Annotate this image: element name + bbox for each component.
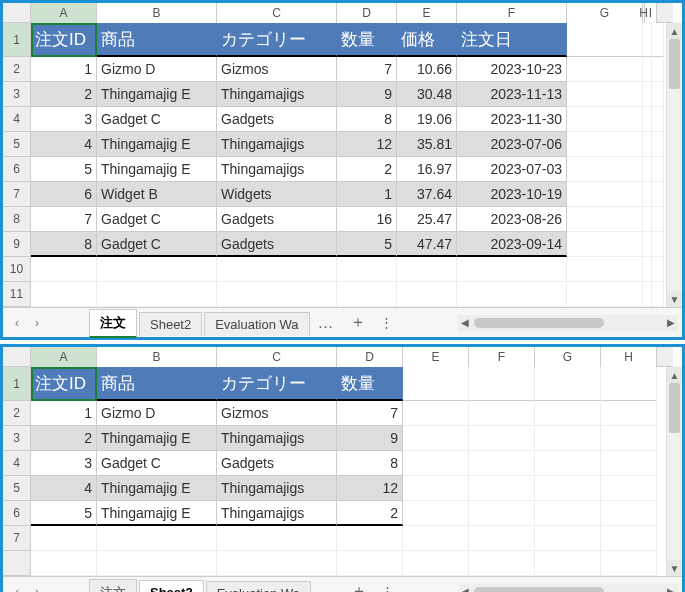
tab-menu-icon[interactable]: ⋮ <box>374 315 399 330</box>
cell[interactable] <box>643 282 652 307</box>
column-header-E[interactable]: E <box>403 347 469 367</box>
cell[interactable]: 8 <box>337 451 403 476</box>
cell[interactable] <box>567 107 643 132</box>
cell[interactable]: 2023-10-19 <box>457 182 567 207</box>
column-header-C[interactable]: C <box>217 347 337 367</box>
row-header-10[interactable]: 10 <box>3 257 30 282</box>
table-header-cell[interactable]: 価格 <box>397 23 457 57</box>
scroll-right-icon[interactable]: ▶ <box>664 586 678 592</box>
cell[interactable] <box>31 257 97 282</box>
row-header-3[interactable]: 3 <box>3 82 30 107</box>
cell[interactable]: 19.06 <box>397 107 457 132</box>
tab-nav-next[interactable]: › <box>27 581 47 593</box>
cell[interactable]: 12 <box>337 476 403 501</box>
horizontal-scrollbar[interactable]: ◀▶ <box>458 315 678 331</box>
tab-nav-prev[interactable]: ‹ <box>7 581 27 593</box>
cell[interactable]: 1 <box>31 401 97 426</box>
horizontal-scrollbar[interactable]: ◀▶ <box>458 584 678 593</box>
cell[interactable] <box>652 207 664 232</box>
cell[interactable]: Thingamajigs <box>217 426 337 451</box>
scroll-left-icon[interactable]: ◀ <box>458 317 472 328</box>
cell[interactable] <box>469 476 535 501</box>
column-header-A[interactable]: A <box>31 347 97 367</box>
cell[interactable]: Gadget C <box>97 232 217 257</box>
table-header-cell[interactable]: カテゴリー <box>217 367 337 401</box>
table-header-cell[interactable]: 商品 <box>97 23 217 57</box>
cell[interactable] <box>652 57 664 82</box>
table-header-cell[interactable]: 商品 <box>97 367 217 401</box>
cell[interactable]: 2023-11-30 <box>457 107 567 132</box>
cell[interactable] <box>337 526 403 551</box>
cell[interactable]: 3 <box>31 451 97 476</box>
cell[interactable] <box>567 257 643 282</box>
tab-menu-icon[interactable]: ⋮ <box>375 584 400 592</box>
cell[interactable]: Thingamajigs <box>217 132 337 157</box>
cell[interactable]: 16.97 <box>397 157 457 182</box>
row-header-2[interactable]: 2 <box>3 57 30 82</box>
add-sheet-button[interactable]: ＋ <box>342 312 374 333</box>
cell[interactable] <box>601 526 657 551</box>
cell[interactable] <box>337 257 397 282</box>
cell[interactable] <box>652 182 664 207</box>
cell[interactable]: Gizmos <box>217 57 337 82</box>
cell[interactable] <box>469 501 535 526</box>
column-header-B[interactable]: B <box>97 347 217 367</box>
row-header-11[interactable]: 11 <box>3 282 30 307</box>
scroll-down-icon[interactable]: ▼ <box>667 291 682 307</box>
cell[interactable] <box>397 257 457 282</box>
cell[interactable] <box>567 282 643 307</box>
cell[interactable]: 5 <box>31 157 97 182</box>
sheet-tab[interactable]: 注文 <box>89 309 137 338</box>
table-header-cell[interactable]: カテゴリー <box>217 23 337 57</box>
cell[interactable]: Thingamajig E <box>97 132 217 157</box>
cell[interactable] <box>643 107 652 132</box>
sheet-tab[interactable]: Evaluation Wa <box>206 581 311 593</box>
cell[interactable]: Thingamajig E <box>97 82 217 107</box>
cell[interactable]: Thingamajig E <box>97 476 217 501</box>
cell[interactable]: 9 <box>337 426 403 451</box>
cell[interactable] <box>652 107 664 132</box>
cell[interactable]: 7 <box>31 207 97 232</box>
sheet-tab[interactable]: Evaluation Wa <box>204 312 309 336</box>
cell[interactable] <box>535 501 601 526</box>
cell[interactable]: Thingamajigs <box>217 501 337 526</box>
cell[interactable]: Gadgets <box>217 107 337 132</box>
scroll-thumb[interactable] <box>474 318 604 328</box>
cell[interactable]: 2023-07-06 <box>457 132 567 157</box>
cell[interactable] <box>217 526 337 551</box>
cell[interactable]: Gizmos <box>217 401 337 426</box>
cell[interactable] <box>217 257 337 282</box>
cell[interactable] <box>403 426 469 451</box>
cell[interactable] <box>397 282 457 307</box>
cell[interactable] <box>535 451 601 476</box>
scroll-down-icon[interactable]: ▼ <box>667 560 682 576</box>
cell[interactable] <box>469 551 535 576</box>
table-header-cell[interactable]: 注文ID <box>31 23 97 57</box>
cell[interactable]: 5 <box>337 232 397 257</box>
vertical-scrollbar[interactable]: ▲▼ <box>666 23 682 307</box>
column-header-D[interactable]: D <box>337 347 403 367</box>
cell[interactable] <box>643 157 652 182</box>
cell[interactable]: 7 <box>337 57 397 82</box>
cell[interactable] <box>567 132 643 157</box>
cell[interactable] <box>643 257 652 282</box>
row-header-5[interactable]: 5 <box>3 476 30 501</box>
cell[interactable]: Thingamajig E <box>97 426 217 451</box>
cell[interactable] <box>643 132 652 157</box>
cell[interactable] <box>31 551 97 576</box>
cell[interactable]: 25.47 <box>397 207 457 232</box>
cell[interactable]: Widget B <box>97 182 217 207</box>
cell[interactable] <box>469 401 535 426</box>
cell[interactable] <box>535 401 601 426</box>
cell[interactable]: 2 <box>337 501 403 526</box>
cell[interactable] <box>217 551 337 576</box>
row-header-5[interactable]: 5 <box>3 132 30 157</box>
cell[interactable]: 1 <box>31 57 97 82</box>
table-header-cell[interactable]: 注文ID <box>31 367 97 401</box>
cell[interactable] <box>643 82 652 107</box>
sheet-tab[interactable]: Sheet2 <box>139 312 202 336</box>
cell[interactable] <box>535 476 601 501</box>
cell[interactable]: 4 <box>31 132 97 157</box>
cell[interactable] <box>601 426 657 451</box>
cell[interactable]: Gizmo D <box>97 401 217 426</box>
